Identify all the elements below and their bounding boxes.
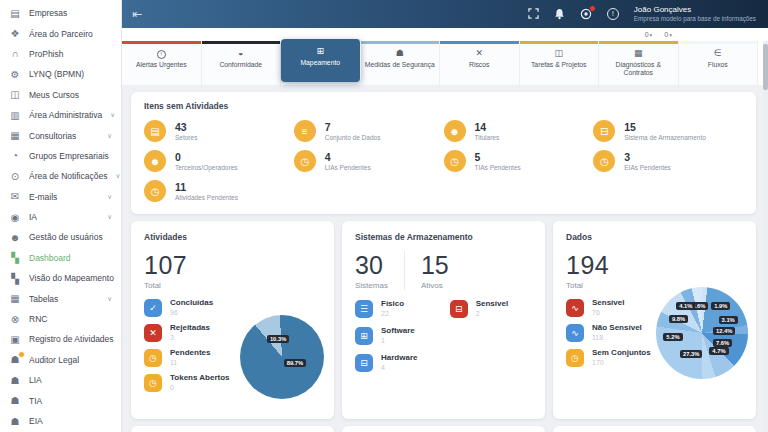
sidebar-item-meus-cursos[interactable]: ◫Meus Cursos: [0, 85, 121, 105]
stat-atividades-pendentes: ◷11Atividades Pendentes: [144, 180, 294, 202]
item-value: 2: [476, 310, 508, 317]
sidebar-item-lia[interactable]: ☗LIA: [0, 370, 121, 390]
sidebar-item-area-do-parceiro[interactable]: ❖Área do Parceiro: [0, 23, 121, 43]
sistemas-stats: 30Sistemas 15Ativos: [355, 251, 532, 290]
sidebar-item-area-administrativa[interactable]: ▥Área Administrativa∨: [0, 105, 121, 125]
tab-riscos[interactable]: ✕ Riscos: [440, 41, 520, 85]
item-value: 0: [170, 384, 230, 391]
tab-conformidade[interactable]: ◒ Conformidade: [202, 41, 282, 85]
chevron-down-icon: ∨: [107, 193, 112, 201]
sidebar-item-label: RNC: [29, 314, 47, 324]
sector-icon: ▤: [144, 120, 166, 142]
sidebar-item-grupos-empresariais[interactable]: ◔Grupos Empresariais: [0, 146, 121, 166]
counter-dropdown-1[interactable]: 0▾: [645, 31, 653, 38]
info-icon[interactable]: !: [607, 8, 619, 20]
sidebar-item-ia[interactable]: ◉IA∨: [0, 207, 121, 227]
tab-medidas-de-seguranca[interactable]: ☗ Medidas de Segurança: [361, 41, 441, 85]
rnc-icon: ⊗: [9, 314, 21, 325]
server-icon: ☰: [355, 300, 373, 318]
collapse-sidebar-icon[interactable]: ⇤: [122, 7, 142, 21]
list-item-nao-sensivel: ∿Não Sensível118: [566, 324, 663, 342]
groups-icon: ◔: [9, 150, 21, 161]
stat-value: 14: [475, 121, 500, 133]
vertical-scrollbar[interactable]: [763, 41, 768, 432]
atividades-pie-chart: 10.3% 89.7%: [240, 315, 324, 399]
counter-dropdown-2[interactable]: 0▾: [664, 31, 672, 38]
sidebar-item-tia[interactable]: ☗TIA: [0, 390, 121, 410]
tab-fluxos[interactable]: ∈ Fluxos: [679, 41, 759, 85]
sidebar-item-emails[interactable]: ✉E-mails∨: [0, 187, 121, 207]
atividades-card: Atividades 107 Total ✓Concluídas96 ✕Reje…: [131, 221, 334, 419]
item-label: Físico: [381, 300, 404, 309]
bell-icon[interactable]: [554, 8, 565, 20]
stat-value: 3: [624, 151, 671, 163]
sidebar-item-label: Consultorias: [29, 131, 76, 141]
grid-icon: ▦: [9, 130, 21, 141]
risk-arrows-icon: ✕: [475, 48, 483, 59]
tab-bar: ! Alertas Urgentes ◒ Conformidade ⊞ Mape…: [122, 41, 768, 85]
sidebar-item-label: Meus Cursos: [29, 90, 79, 100]
sidebar-item-dashboard[interactable]: ▚Dashboard: [0, 248, 121, 268]
stat-terceiros-operadores: ☻0Terceiros/Operadores: [144, 150, 294, 172]
topbar: ⇤ ! João Gonçalves Empresa modelo para b…: [122, 0, 768, 28]
shield-icon: ☗: [9, 416, 21, 427]
fullscreen-icon[interactable]: [528, 8, 539, 19]
stat-label: LIAs Pendentes: [325, 164, 371, 171]
sidebar-item-area-de-notificacoes[interactable]: ⊙Área de Notificações∨: [0, 166, 121, 186]
stat-label: Atividades Pendentes: [175, 194, 238, 201]
sidebar-item-gestao-de-usuarios[interactable]: ☻Gestão de usuários: [0, 227, 121, 247]
sidebar-item-registro-de-atividades[interactable]: ▣Registro de Atividades∨: [0, 329, 121, 349]
list-item-sensivel: ⊟Sensível2: [450, 300, 532, 318]
shield-icon: ☗: [9, 395, 21, 406]
chevron-down-icon: ∨: [110, 111, 115, 119]
user-subtitle: Empresa modelo para base de informações: [634, 15, 756, 23]
total-label: Total: [144, 281, 321, 290]
list-item-sensivel: ∿Sensível76: [566, 299, 663, 317]
clipboard-icon: ▣: [9, 334, 21, 345]
stat-value: 30: [355, 251, 388, 280]
tab-tarefas-projetos[interactable]: ◫ Tarefas & Projetos: [520, 41, 600, 85]
item-label: Hardware: [381, 354, 417, 363]
check-icon: ✓: [144, 299, 162, 317]
list-item-software: ⊞Software1: [355, 327, 450, 345]
chevron-down-icon: ▾: [650, 32, 653, 38]
dados-card: Dados 194 Total ∿Sensível76 ∿Não Sensíve…: [553, 221, 756, 419]
tab-color-strip: [440, 41, 519, 44]
stat-sistemas: 30Sistemas: [355, 251, 404, 290]
sidebar-item-empresas[interactable]: ▤Empresas: [0, 3, 121, 23]
clock-icon: ◷: [593, 150, 615, 172]
pie-label: 89.7%: [284, 359, 306, 367]
stat-label: Titulares: [475, 134, 500, 141]
card-title: Atividades: [144, 232, 321, 242]
counter-value: 0: [645, 31, 649, 38]
list-item-sem-conjuntos: ◷Sem Conjuntos170: [566, 349, 663, 367]
sidebar-item-auditor-legal[interactable]: ☗Auditor Legal: [0, 350, 121, 370]
scrollbar-thumb[interactable]: [763, 44, 768, 90]
sidebar-item-tabelas[interactable]: ▦Tabelas∨: [0, 288, 121, 308]
sidebar-item-label: Área de Notificações: [29, 171, 107, 181]
mail-icon: ✉: [9, 191, 21, 202]
total-value: 194: [566, 251, 743, 280]
sidebar-item-label: Auditor Legal: [29, 355, 79, 365]
calendar-icon: ◫: [554, 48, 563, 59]
sidebar-item-eia[interactable]: ☗EIA: [0, 411, 121, 431]
sidebar-item-prophish[interactable]: ∩ProPhish: [0, 44, 121, 64]
tab-alertas-urgentes[interactable]: ! Alertas Urgentes: [122, 41, 202, 85]
pie-label: 7.6%: [713, 339, 732, 347]
clock-icon: ◷: [144, 349, 162, 367]
user-name: João Gonçalves: [634, 5, 756, 15]
sidebar-item-rnc[interactable]: ⊗RNC: [0, 309, 121, 329]
stat-value: 5: [475, 151, 521, 163]
storage-icon: ⊟: [450, 300, 468, 318]
total-value: 107: [144, 251, 321, 280]
sidebar-item-consultorias[interactable]: ▦Consultorias∨: [0, 125, 121, 145]
user-menu[interactable]: João Gonçalves Empresa modelo para base …: [634, 5, 756, 22]
stat-eias-pendentes: ◷3EIAs Pendentes: [593, 150, 743, 172]
tab-mapeamento[interactable]: ⊞ Mapeamento: [281, 39, 361, 82]
courses-icon: ◫: [9, 89, 21, 100]
target-icon[interactable]: [580, 8, 592, 20]
tab-diagnosticos-contratos[interactable]: ▦ Diagnósticos & Contratos: [599, 41, 679, 85]
item-label: Sem Conjuntos: [592, 349, 651, 358]
sidebar-item-visao-do-mapeamento[interactable]: ▚Visão do Mapeamento: [0, 268, 121, 288]
sidebar-item-lynq-bpmn[interactable]: ⚙LYNQ (BPMN): [0, 64, 121, 84]
